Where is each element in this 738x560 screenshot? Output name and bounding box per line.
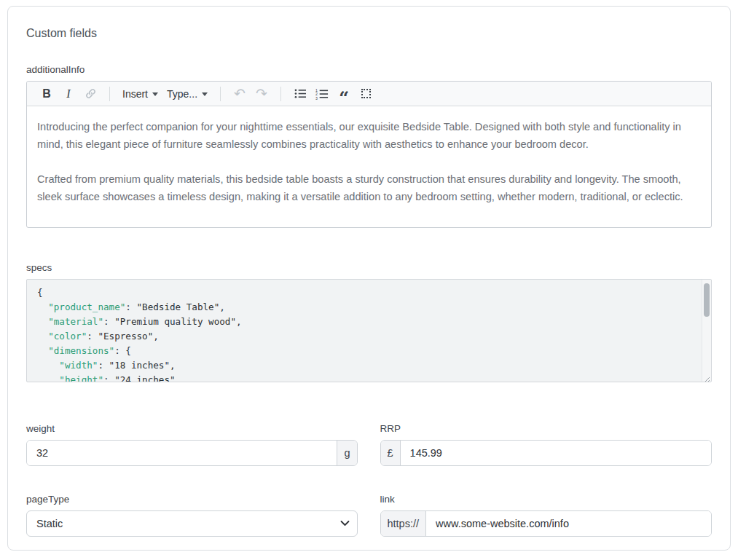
additional-info-label: additionalInfo — [26, 64, 712, 75]
toolbar-divider — [220, 87, 221, 101]
protocol-addon: https:// — [381, 511, 427, 536]
link-label: link — [380, 494, 713, 505]
toolbar-divider — [280, 87, 281, 101]
scrollbar-thumb[interactable] — [704, 283, 710, 317]
svg-text:3: 3 — [315, 95, 318, 99]
page-type-select[interactable]: Static — [26, 510, 358, 537]
bold-button[interactable]: B — [37, 84, 56, 103]
editor-toolbar: B I Insert Type... ↶ — [27, 82, 711, 106]
specs-label: specs — [26, 262, 712, 273]
link-input-group: https:// — [380, 510, 713, 537]
specs-code-content: { "product_name": "Bedside Table", "mate… — [37, 285, 692, 382]
custom-fields-card: Custom fields additionalInfo B I Insert — [7, 6, 731, 551]
scrollbar-track[interactable] — [702, 280, 711, 382]
toolbar-divider — [109, 87, 110, 101]
editor-paragraph: Crafted from premium quality materials, … — [37, 170, 701, 205]
currency-addon: £ — [381, 441, 401, 465]
italic-button[interactable]: I — [59, 84, 78, 103]
page-title: Custom fields — [26, 27, 712, 40]
type-dropdown-label: Type... — [167, 88, 197, 100]
page-type-label: pageType — [26, 494, 358, 505]
type-dropdown[interactable]: Type... — [164, 84, 211, 103]
numbered-list-icon[interactable]: 1 2 3 — [313, 84, 331, 103]
chevron-down-icon — [202, 92, 208, 96]
chevron-down-icon — [152, 92, 158, 96]
editor-content[interactable]: Introducing the perfect companion for yo… — [27, 106, 711, 227]
rrp-input[interactable] — [401, 441, 711, 465]
redo-icon[interactable]: ↷ — [252, 84, 271, 103]
blockquote-icon[interactable]: “ — [334, 84, 353, 103]
insert-dropdown-label: Insert — [122, 88, 148, 100]
specs-code-editor[interactable]: { "product_name": "Bedside Table", "mate… — [26, 279, 712, 382]
link-input[interactable] — [426, 511, 711, 536]
rrp-label: RRP — [380, 423, 713, 434]
rrp-input-group: £ — [380, 440, 713, 466]
bullet-list-icon[interactable] — [291, 84, 310, 103]
undo-icon[interactable]: ↶ — [230, 84, 249, 103]
weight-input[interactable] — [27, 441, 337, 465]
link-icon[interactable] — [81, 84, 100, 103]
weight-unit-addon: g — [337, 441, 356, 465]
embed-frame-icon[interactable] — [356, 84, 375, 103]
rich-text-editor: B I Insert Type... ↶ — [26, 81, 712, 228]
weight-label: weight — [26, 423, 358, 434]
insert-dropdown[interactable]: Insert — [119, 84, 161, 103]
weight-input-group: g — [26, 440, 358, 466]
editor-paragraph: Introducing the perfect companion for yo… — [37, 118, 701, 153]
resize-grip-icon[interactable] — [702, 373, 710, 381]
